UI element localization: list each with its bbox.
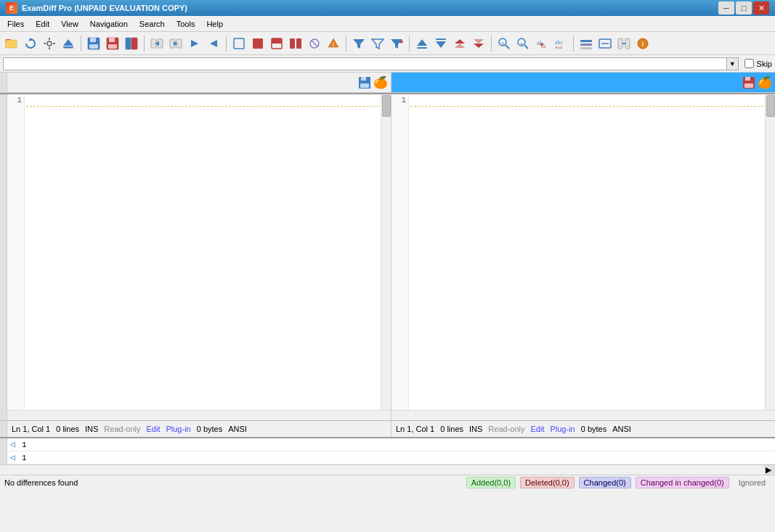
filter-button3[interactable] [388, 35, 405, 52]
save-both-button[interactable] [123, 35, 140, 52]
mark-ignored-button[interactable] [306, 35, 323, 52]
diff-item-1[interactable]: ◁ 1 [7, 438, 775, 451]
svg-text:!: ! [642, 41, 644, 48]
prev-diff-button[interactable] [413, 35, 431, 52]
svg-text:A: A [501, 41, 504, 46]
eject-button[interactable] [60, 35, 77, 52]
refresh-button[interactable] [22, 35, 39, 52]
svg-rect-6 [49, 38, 50, 40]
replace-all-button[interactable]: abcxyz [552, 35, 569, 52]
svg-marker-50 [474, 44, 484, 48]
mark-deleted-button[interactable] [249, 35, 267, 52]
filter-button2[interactable] [369, 35, 386, 52]
copy-right-button[interactable] [148, 35, 166, 52]
right-status-plugin[interactable]: Plug-in [550, 425, 575, 433]
prev-change-button[interactable] [451, 35, 468, 52]
right-status-edit[interactable]: Edit [530, 425, 544, 433]
next-change-button[interactable] [470, 35, 487, 52]
menu-tools[interactable]: Tools [171, 18, 201, 30]
svg-rect-63 [580, 44, 592, 46]
skip-option: Skip [744, 59, 772, 68]
next-diff-button[interactable] [432, 35, 450, 52]
menu-files[interactable]: Files [1, 18, 30, 30]
svg-marker-27 [210, 40, 217, 47]
settings-button[interactable] [41, 35, 58, 52]
left-status-plugin[interactable]: Plug-in [166, 425, 190, 433]
skip-checkbox[interactable] [744, 59, 754, 68]
right-dashed-line [410, 96, 763, 107]
diff-scroll-right-arrow[interactable]: ▶ [765, 465, 775, 475]
left-panel-fruit-icon: 🍊 [373, 75, 388, 89]
options-button[interactable]: ! [634, 35, 652, 52]
diff-list-strip [0, 438, 7, 465]
right-panel-save-btn[interactable] [742, 75, 756, 90]
status-left-strip [0, 421, 7, 437]
svg-marker-10 [63, 39, 73, 46]
svg-rect-7 [49, 47, 50, 49]
right-status-ins: INS [469, 425, 482, 433]
svg-rect-19 [131, 38, 137, 49]
sync-button[interactable] [615, 35, 633, 52]
diff-list-content: ◁ 1 ◁ 1 [0, 438, 775, 465]
maximize-button[interactable]: □ [736, 1, 752, 15]
svg-rect-77 [744, 83, 753, 88]
toolbar-sep-2 [144, 36, 145, 52]
badge-changed-in-changed: Changed in changed(0) [636, 477, 729, 488]
save-right-button[interactable] [104, 35, 121, 52]
left-panel-save-btn[interactable] [357, 75, 372, 90]
replace-button[interactable]: abcd [533, 35, 551, 52]
right-status-bytes: 0 bytes [581, 425, 606, 433]
right-panel: 1 [391, 94, 775, 420]
diff-list-hscroll[interactable]: ▶ [0, 465, 775, 475]
menu-search[interactable]: Search [134, 18, 171, 30]
left-text-content[interactable] [25, 94, 381, 410]
left-hscroll[interactable] [7, 410, 391, 420]
left-status-edit[interactable]: Edit [146, 425, 160, 433]
svg-point-5 [47, 41, 52, 46]
back-button[interactable] [205, 35, 222, 52]
svg-rect-29 [253, 38, 263, 49]
search-input[interactable] [3, 57, 727, 70]
diff-item-2[interactable]: ◁ 1 [7, 451, 775, 465]
right-vscroll[interactable] [765, 94, 775, 410]
left-vscroll[interactable] [381, 94, 391, 410]
right-hscroll-track [391, 411, 775, 421]
svg-marker-43 [417, 39, 427, 46]
collapse-button[interactable] [596, 35, 614, 52]
save-left-button[interactable] [85, 35, 102, 52]
forward-button[interactable] [186, 35, 203, 52]
svg-marker-38 [353, 39, 365, 49]
menu-help[interactable]: Help [200, 18, 229, 30]
diff-list: ◁ 1 ◁ 1 ▶ [0, 437, 775, 475]
expand-button[interactable] [577, 35, 595, 52]
right-panel-header: 🍊 [391, 73, 775, 92]
search-bar: ▼ Skip [0, 55, 775, 73]
menu-bar: Files Edit View Navigation Search Tools … [0, 16, 775, 32]
left-strip [0, 73, 7, 92]
find-button[interactable]: A [495, 35, 513, 52]
filter-button1[interactable] [350, 35, 368, 52]
diff-item-2-text: 1 [22, 454, 27, 462]
left-vscroll-thumb[interactable] [382, 95, 391, 117]
copy-left-button[interactable] [167, 35, 184, 52]
minimize-button[interactable]: ─ [718, 1, 734, 15]
right-text-content[interactable] [409, 94, 765, 410]
close-button[interactable]: ✕ [753, 1, 769, 15]
menu-navigation[interactable]: Navigation [84, 18, 134, 30]
left-status-pos: Ln 1, Col 1 [12, 425, 50, 433]
right-vscroll-thumb[interactable] [766, 95, 775, 117]
left-status-readonly: Read-only [104, 425, 140, 433]
status-row: Ln 1, Col 1 0 lines INS Read-only Edit P… [0, 420, 775, 437]
mark-changed-button[interactable] [268, 35, 285, 52]
svg-rect-13 [90, 38, 96, 42]
mark-added-button[interactable] [230, 35, 248, 52]
mark-all-button[interactable]: ! [325, 35, 342, 52]
mark-changed2-button[interactable] [287, 35, 304, 52]
menu-view[interactable]: View [55, 18, 84, 30]
right-hscroll[interactable] [391, 410, 775, 420]
search-dropdown[interactable]: ▼ [727, 57, 739, 70]
open-button[interactable] [3, 35, 20, 52]
diff-item-1-icon: ◁ [10, 439, 22, 450]
menu-edit[interactable]: Edit [30, 18, 55, 30]
find-next-button[interactable]: a [514, 35, 532, 52]
